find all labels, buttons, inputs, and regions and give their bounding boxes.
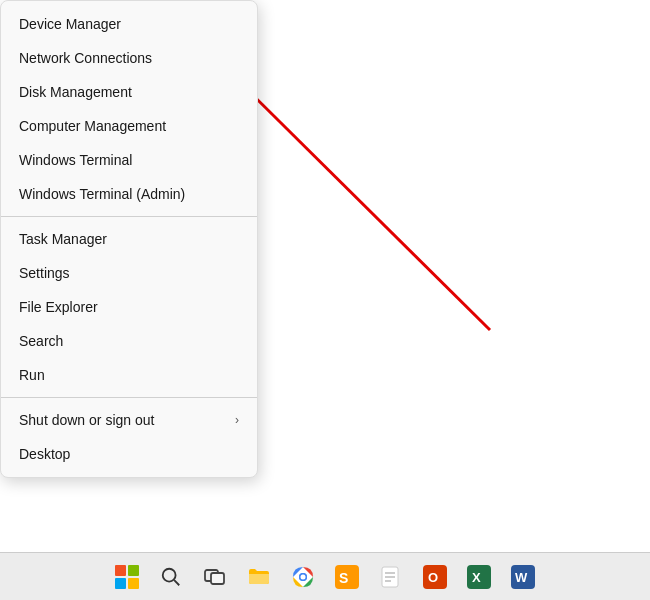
taskbar-notepad-button[interactable] xyxy=(371,557,411,597)
taskbar: S O X xyxy=(0,552,650,600)
sublime-icon: S xyxy=(335,565,359,589)
taskbar-file-explorer-button[interactable] xyxy=(239,557,279,597)
desktop: Device Manager Network Connections Disk … xyxy=(0,0,650,600)
search-icon xyxy=(160,566,182,588)
taskbar-taskview-button[interactable] xyxy=(195,557,235,597)
menu-item-device-manager[interactable]: Device Manager xyxy=(1,7,257,41)
svg-point-2 xyxy=(163,568,176,581)
taskbar-word-button[interactable]: W xyxy=(503,557,543,597)
separator-1 xyxy=(1,216,257,217)
menu-item-computer-management[interactable]: Computer Management xyxy=(1,109,257,143)
svg-text:S: S xyxy=(339,570,348,586)
notepad-icon xyxy=(379,565,403,589)
menu-item-desktop[interactable]: Desktop xyxy=(1,437,257,471)
svg-text:O: O xyxy=(428,570,438,585)
taskbar-chrome-button[interactable] xyxy=(283,557,323,597)
windows-logo-icon xyxy=(115,565,139,589)
menu-item-task-manager[interactable]: Task Manager xyxy=(1,222,257,256)
submenu-arrow-icon: › xyxy=(235,413,239,427)
word-icon: W xyxy=(511,565,535,589)
taskview-icon xyxy=(204,566,226,588)
svg-text:X: X xyxy=(472,570,481,585)
menu-item-settings[interactable]: Settings xyxy=(1,256,257,290)
chrome-icon xyxy=(291,565,315,589)
office-icon: O xyxy=(423,565,447,589)
taskbar-search-button[interactable] xyxy=(151,557,191,597)
menu-item-shut-down[interactable]: Shut down or sign out › xyxy=(1,403,257,437)
menu-item-network-connections[interactable]: Network Connections xyxy=(1,41,257,75)
svg-text:W: W xyxy=(515,570,528,585)
svg-point-9 xyxy=(301,574,306,579)
menu-item-disk-management[interactable]: Disk Management xyxy=(1,75,257,109)
taskbar-sublime-button[interactable]: S xyxy=(327,557,367,597)
menu-item-run[interactable]: Run xyxy=(1,358,257,392)
separator-2 xyxy=(1,397,257,398)
folder-icon xyxy=(247,565,271,589)
menu-item-search[interactable]: Search xyxy=(1,324,257,358)
taskbar-excel-button[interactable]: X xyxy=(459,557,499,597)
menu-item-windows-terminal-admin[interactable]: Windows Terminal (Admin) xyxy=(1,177,257,211)
menu-item-file-explorer[interactable]: File Explorer xyxy=(1,290,257,324)
menu-item-windows-terminal[interactable]: Windows Terminal xyxy=(1,143,257,177)
excel-icon: X xyxy=(467,565,491,589)
svg-rect-5 xyxy=(211,573,224,584)
taskbar-office-button[interactable]: O xyxy=(415,557,455,597)
taskbar-start-button[interactable] xyxy=(107,557,147,597)
context-menu: Device Manager Network Connections Disk … xyxy=(0,0,258,478)
svg-line-3 xyxy=(174,580,179,585)
